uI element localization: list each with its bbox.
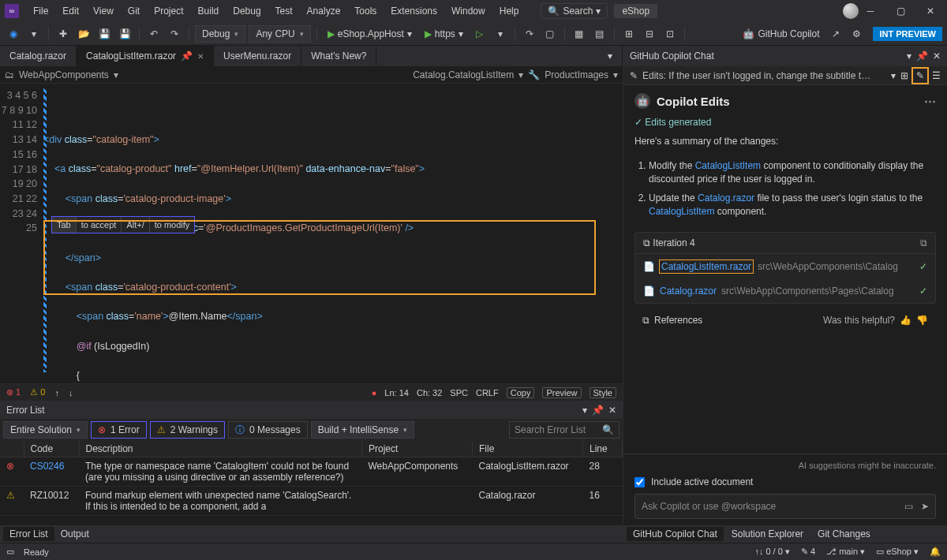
error-filter[interactable]: ⊗1 Error [91,421,147,439]
minimize-button[interactable]: ─ [859,3,882,19]
tab-catalog-razor[interactable]: Catalog.razor [0,46,77,66]
tab-error-list[interactable]: Error List [3,527,54,541]
file-link[interactable]: Catalog.razor [698,192,754,203]
step-over-icon[interactable]: ↷ [521,25,538,43]
menu-help[interactable]: Help [493,3,526,19]
save-icon[interactable]: 💾 [95,25,113,43]
chevron-down-icon[interactable]: ▾ [25,25,43,43]
warning-icon[interactable]: ⚠ 0 [30,387,45,398]
error-search[interactable]: Search Error List🔍 [509,421,619,439]
error-table[interactable]: Code Description Project File Line ⊗ CS0… [0,441,623,525]
more-icon[interactable]: ⋯ [924,94,936,108]
col-line[interactable]: Line [583,441,623,457]
branch-indicator[interactable]: ⎇ main ▾ [826,547,865,557]
ch-indicator[interactable]: Ch: 32 [417,388,442,398]
references-label[interactable]: References [654,315,702,326]
thumbs-down-icon[interactable]: 👎 [916,315,928,326]
col-desc[interactable]: Description [79,441,362,457]
menu-tools[interactable]: Tools [348,3,383,19]
file-row[interactable]: 📄 CatalogListItem.razor src\WebAppCompon… [635,254,935,279]
scope-dropdown[interactable]: Entire Solution▾ [3,421,88,439]
thumbs-up-icon[interactable]: 👍 [900,315,911,326]
menu-debug[interactable]: Debug [226,3,267,19]
close-button[interactable]: ✕ [919,3,942,19]
error-icon[interactable]: ⊗ 1 [6,387,21,398]
tab-cataloglistitem-razor[interactable]: CatalogListItem.razor📌✕ [77,46,214,66]
new-thread-icon[interactable]: ⊞ [900,70,908,81]
tab-whats-new[interactable]: What's New? [301,46,376,66]
warning-filter[interactable]: ⚠2 Warnings [150,421,225,439]
nav-back-icon[interactable]: ◉ [5,25,22,43]
copy-button[interactable]: Copy [507,387,535,398]
tab-usermenu-razor[interactable]: UserMenu.razor [214,46,301,66]
start-profile-button[interactable]: ▶https▾ [420,27,468,41]
menu-test[interactable]: Test [269,3,299,19]
close-icon[interactable]: ✕ [197,52,204,61]
code-editor[interactable]: 3 4 5 6 7 8 9 10 11 12 13 14 15 16 17 18… [0,84,623,383]
menu-window[interactable]: Window [445,3,492,19]
menu-edit[interactable]: Edit [56,3,85,19]
platform-dropdown[interactable]: Any CPU▾ [249,25,310,43]
share-icon[interactable]: ↗ [827,25,844,43]
nav-up-icon[interactable]: ↑ [54,388,59,398]
include-active-doc[interactable]: Include active document [634,476,936,487]
tab-git-changes[interactable]: Git Changes [811,527,877,541]
file-link[interactable]: CatalogListItem [649,206,714,217]
copy-icon[interactable]: ⧉ [920,237,927,248]
close-icon[interactable]: ✕ [933,50,941,62]
send-icon[interactable]: ➤ [921,501,929,512]
pin-icon[interactable]: 📌 [181,50,193,62]
menu-analyze[interactable]: Analyze [301,3,347,19]
col-file[interactable]: File [473,441,583,457]
menu-git[interactable]: Git [122,3,146,19]
menu-view[interactable]: View [87,3,120,19]
new-item-icon[interactable]: ✚ [54,25,72,43]
code-area[interactable]: <div class="catalog-item"> <a class="cat… [43,84,623,383]
chevron-down-icon[interactable]: ▾ [891,70,896,81]
crlf-indicator[interactable]: CRLF [476,388,499,398]
pin-icon[interactable]: 📌 [916,50,928,62]
nav-down-icon[interactable]: ↓ [69,388,73,398]
error-row[interactable]: ⊗ CS0246 The type or namespace name 'Cat… [0,457,623,487]
ask-copilot-input[interactable]: Ask Copilot or use @workspace ▭ ➤ [634,494,936,519]
settings-icon[interactable]: ⚙ [848,25,865,43]
close-icon[interactable]: ✕ [608,405,616,416]
build-config-dropdown[interactable]: Debug▾ [195,25,245,43]
edits-dropdown[interactable]: Edits: If the user isn't logged in, chan… [642,70,886,81]
warning-row[interactable]: ⚠ RZ10012 Found markup element with unex… [0,487,623,516]
copilot-edits-button[interactable]: ✎ [913,69,927,83]
dropdown-icon[interactable]: ▾ [907,50,911,62]
menu-extensions[interactable]: Extensions [384,3,444,19]
style-button[interactable]: Style [590,387,616,398]
breadcrumb-project[interactable]: WebAppComponents [19,69,109,80]
tool-icon[interactable]: ⊞ [620,25,638,43]
breadcrumb-type[interactable]: Catalog.CatalogListItem [413,69,514,80]
nav-indicator[interactable]: ↑↓ 0 / 0 ▾ [754,547,790,557]
search-box[interactable]: 🔍 Search ▾ [541,3,608,19]
redo-icon[interactable]: ↷ [166,25,183,43]
output-icon[interactable]: ▭ [6,547,14,557]
include-active-checkbox[interactable] [634,477,645,487]
start-debug-button[interactable]: ▶eShop.AppHost▾ [323,27,417,41]
stop-icon[interactable]: ▢ [541,25,559,43]
book-icon[interactable]: ▭ [904,501,913,512]
breadcrumb-member[interactable]: ProductImages [545,69,608,80]
suggest-tooltip[interactable]: Tab to accept Alt+/ to modify [51,216,195,233]
user-avatar[interactable] [843,3,859,19]
tab-overflow-icon[interactable]: ▾ [598,46,623,66]
save-all-icon[interactable]: 💾 [116,25,133,43]
col-project[interactable]: Project [362,441,473,457]
file-link[interactable]: CatalogListItem [695,160,761,171]
maximize-button[interactable]: ▢ [889,3,912,19]
tool-icon[interactable]: ⊟ [641,25,658,43]
preview-button[interactable]: Preview [542,387,581,398]
col-code[interactable]: Code [24,441,79,457]
dropdown-icon[interactable]: ▾ [582,405,587,416]
pending-changes[interactable]: ✎ 4 [801,547,815,557]
pin-icon[interactable]: 📌 [592,405,604,416]
menu-file[interactable]: File [27,3,54,19]
tab-solution-explorer[interactable]: Solution Explorer [725,527,810,541]
open-icon[interactable]: 📂 [75,25,92,43]
chevron-down-icon[interactable]: ▾ [492,25,509,43]
file-row[interactable]: 📄 Catalog.razor src\WebApp\Components\Pa… [635,279,935,303]
